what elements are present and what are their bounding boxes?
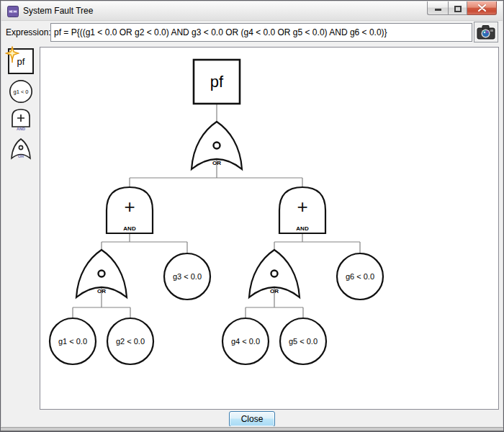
and-symbol: +: [297, 196, 307, 217]
screenshot-button[interactable]: [474, 22, 498, 42]
event-g6: g6 < 0.0: [337, 253, 383, 300]
right-or-gate-label: OR: [270, 288, 279, 294]
app-icon: [7, 6, 19, 17]
basic-event-tool[interactable]: g1 < 0: [1, 78, 40, 104]
or-symbol-icon: [214, 143, 220, 149]
right-and-gate-label: AND: [296, 225, 309, 232]
and-gate-icon-label: AND: [17, 127, 25, 131]
right-and-gate: + AND: [279, 187, 325, 233]
fault-tree-diagram: pf OR + AND + AND: [40, 48, 498, 409]
event-g2: g2 < 0.0: [107, 318, 153, 364]
and-symbol: +: [124, 196, 135, 217]
event-g4-label: g4 < 0.0: [231, 337, 260, 346]
and-gate-icon: AND: [10, 107, 32, 132]
expression-bar: Expression:: [1, 21, 503, 45]
and-gate-tool[interactable]: AND: [1, 107, 40, 132]
top-or-gate: OR: [192, 122, 242, 169]
top-event-tool[interactable]: pf: [8, 48, 34, 74]
maximize-icon: [454, 6, 462, 12]
window-controls: [427, 1, 497, 15]
symbol-toolbar: pf g1 < 0 AND OR: [1, 47, 40, 410]
event-g5: g5 < 0.0: [280, 318, 326, 364]
or-symbol-icon: [99, 271, 105, 277]
expression-label: Expression:: [6, 21, 51, 44]
event-g1-label: g1 < 0.0: [58, 337, 87, 346]
event-g4: g4 < 0.0: [222, 318, 269, 364]
expression-input[interactable]: [50, 23, 472, 42]
close-icon: [478, 4, 486, 12]
camera-icon: [477, 24, 495, 40]
minimize-button[interactable]: [427, 1, 448, 15]
event-g1: g1 < 0.0: [50, 318, 96, 364]
or-symbol-icon: [271, 271, 278, 277]
event-g6-label: g6 < 0.0: [346, 272, 374, 281]
minimize-icon: [435, 9, 441, 11]
left-and-gate: + AND: [107, 187, 153, 233]
left-or-gate-label: OR: [97, 288, 106, 294]
close-window-button[interactable]: [467, 1, 497, 15]
titlebar[interactable]: System Fault Tree: [1, 1, 503, 21]
or-gate-icon: OR: [10, 138, 32, 163]
maximize-button[interactable]: [448, 1, 467, 15]
new-item-star-icon: [5, 46, 19, 65]
window-title: System Fault Tree: [23, 1, 93, 20]
event-g2-label: g2 < 0.0: [116, 337, 145, 346]
close-button[interactable]: Close: [229, 411, 275, 427]
event-g5-label: g5 < 0.0: [289, 337, 318, 346]
top-or-gate-label: OR: [212, 160, 221, 166]
window-bottom-edge: [1, 426, 503, 431]
root-event-label: pf: [210, 73, 224, 91]
event-g3: g3 < 0.0: [164, 253, 210, 300]
or-gate-icon-label: OR: [17, 154, 23, 158]
basic-event-icon-label: g1 < 0: [13, 89, 28, 95]
footer: Close: [1, 411, 503, 427]
fault-tree-canvas: pf OR + AND + AND: [40, 47, 499, 410]
or-gate-tool[interactable]: OR: [1, 138, 40, 163]
event-g3-label: g3 < 0.0: [173, 272, 202, 281]
left-or-gate: OR: [76, 250, 127, 297]
basic-event-icon: g1 < 0: [8, 78, 34, 104]
root-event-node: pf: [194, 60, 240, 104]
left-and-gate-label: AND: [123, 225, 136, 232]
right-or-gate: OR: [249, 250, 300, 297]
system-fault-tree-window: System Fault Tree Expression:: [0, 0, 504, 432]
